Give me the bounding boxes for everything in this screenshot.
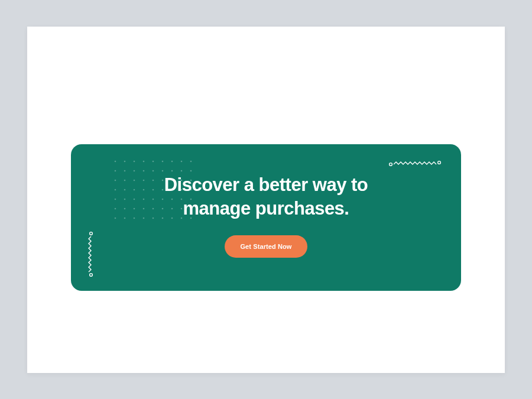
svg-point-4 <box>153 160 154 162</box>
svg-point-66 <box>90 273 93 276</box>
svg-point-20 <box>134 179 135 181</box>
svg-point-27 <box>115 189 116 190</box>
svg-point-0 <box>115 160 116 162</box>
svg-point-7 <box>181 160 183 162</box>
svg-point-65 <box>90 232 93 235</box>
squiggle-vertical-icon <box>87 231 95 278</box>
svg-point-17 <box>190 170 192 171</box>
svg-point-18 <box>115 179 116 181</box>
svg-point-9 <box>115 170 116 171</box>
svg-point-2 <box>134 160 135 162</box>
svg-point-15 <box>171 170 173 171</box>
svg-point-28 <box>124 189 126 190</box>
svg-point-47 <box>134 207 135 209</box>
svg-point-37 <box>124 198 126 200</box>
svg-point-46 <box>124 207 126 209</box>
hero-headline: Discover a better way to manage purchase… <box>136 173 396 220</box>
get-started-button[interactable]: Get Started Now <box>225 235 307 258</box>
svg-point-3 <box>143 160 145 162</box>
cta-hero-card: Discover a better way to manage purchase… <box>71 144 461 291</box>
svg-point-19 <box>124 179 126 181</box>
svg-point-54 <box>115 217 116 219</box>
svg-point-11 <box>134 170 135 171</box>
svg-point-8 <box>190 160 192 162</box>
svg-point-38 <box>134 198 135 200</box>
svg-point-45 <box>115 207 116 209</box>
svg-point-13 <box>153 170 154 171</box>
svg-point-14 <box>162 170 164 171</box>
svg-point-29 <box>134 189 135 190</box>
svg-point-56 <box>134 217 135 219</box>
svg-point-10 <box>124 170 126 171</box>
svg-point-64 <box>438 161 441 164</box>
svg-point-12 <box>143 170 145 171</box>
svg-point-1 <box>124 160 126 162</box>
svg-point-16 <box>181 170 183 171</box>
page-frame: Discover a better way to manage purchase… <box>27 27 505 373</box>
svg-point-5 <box>162 160 164 162</box>
svg-point-6 <box>171 160 173 162</box>
svg-point-63 <box>390 163 392 166</box>
svg-point-36 <box>115 198 116 200</box>
svg-point-55 <box>124 217 126 219</box>
squiggle-horizontal-icon <box>388 160 442 167</box>
